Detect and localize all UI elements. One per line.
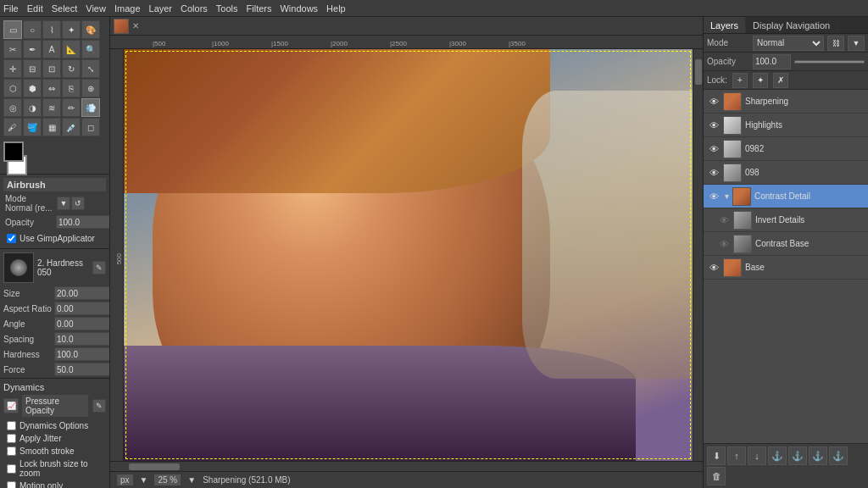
layer-item-invert-details[interactable]: 👁 Invert Details — [704, 208, 868, 232]
tool-colorpick[interactable]: 💉 — [62, 118, 81, 136]
layer-anchor-btn[interactable]: ⚓ — [788, 446, 807, 465]
tool-scale[interactable]: ⤡ — [81, 59, 100, 78]
tool-fill[interactable]: 🪣 — [23, 118, 42, 136]
mode-down-btn[interactable]: ▼ — [848, 36, 865, 51]
layer-mask-btn[interactable]: ⚓ — [829, 446, 848, 465]
tool-text[interactable]: A — [42, 40, 61, 58]
mode-reset-btn[interactable]: ↺ — [71, 197, 85, 210]
vscroll-thumb[interactable] — [695, 59, 702, 85]
tool-clone[interactable]: ⎘ — [62, 79, 81, 97]
statusbar-zoom[interactable]: 25 % — [154, 474, 181, 485]
tool-rotate[interactable]: ↻ — [62, 59, 81, 78]
tool-ink[interactable]: 🖋 — [3, 118, 22, 136]
tool-rect-select[interactable]: ▭ — [3, 20, 22, 39]
tool-airbrush[interactable]: 💨 — [81, 98, 100, 117]
tool-color-select[interactable]: 🎨 — [81, 20, 100, 39]
smooth-stroke-checkbox[interactable] — [7, 446, 16, 456]
layer-eye-098[interactable]: 👁 — [707, 166, 721, 180]
layer-eye-highlights[interactable]: 👁 — [707, 119, 721, 132]
menu-file[interactable]: File — [3, 3, 19, 14]
image-display[interactable] — [124, 49, 703, 461]
mode-expand-btn[interactable]: ▼ — [57, 197, 70, 210]
tool-eraser[interactable]: ◻ — [81, 118, 100, 136]
layer-merge-btn[interactable]: ⚓ — [809, 446, 827, 465]
menu-windows[interactable]: Windows — [280, 3, 318, 14]
size-input[interactable] — [54, 286, 110, 300]
tool-flip[interactable]: ⇔ — [42, 79, 61, 97]
layer-eye-base[interactable]: 👁 — [707, 261, 721, 274]
apply-jitter-checkbox[interactable] — [7, 434, 16, 443]
layer-item-contrast-detail[interactable]: 👁 ▼ Contrast Detail — [704, 185, 868, 208]
layer-eye-invert-details[interactable]: 👁 — [717, 214, 731, 227]
force-input[interactable] — [54, 363, 110, 376]
tool-heal[interactable]: ⊕ — [81, 79, 100, 97]
lock-brush-checkbox[interactable] — [7, 464, 16, 474]
dynamics-options-checkbox[interactable] — [7, 421, 16, 430]
vertical-scrollbar[interactable] — [693, 49, 703, 461]
dynamics-edit-btn[interactable]: ✎ — [92, 399, 106, 413]
foreground-color-swatch[interactable] — [3, 141, 24, 162]
layer-item-0982[interactable]: 👁 0982 — [704, 137, 868, 161]
tool-gradient[interactable]: ▦ — [42, 118, 61, 136]
layer-eye-contrast-base[interactable]: 👁 — [717, 237, 731, 251]
layer-item-base[interactable]: 👁 Base — [704, 256, 868, 280]
hardness-input[interactable] — [54, 347, 110, 361]
tool-ellipse-select[interactable]: ○ — [23, 20, 42, 39]
layer-group-arrow[interactable]: ▼ — [723, 192, 731, 201]
tool-paths[interactable]: ✒ — [23, 40, 42, 58]
layer-item-contrast-base[interactable]: 👁 Contrast Base — [704, 232, 868, 256]
tool-smudge[interactable]: ≋ — [42, 98, 61, 117]
layer-item-sharpening[interactable]: 👁 Sharpening — [704, 90, 868, 114]
image-thumb-close[interactable]: ✕ — [132, 21, 139, 30]
layer-eye-contrast-detail[interactable]: 👁 — [707, 190, 721, 203]
layer-opacity-input[interactable] — [753, 54, 791, 69]
tool-pencil[interactable]: ✏ — [62, 98, 81, 117]
aspect-input[interactable] — [54, 302, 110, 315]
menu-edit[interactable]: Edit — [27, 3, 43, 14]
opacity-input[interactable] — [56, 215, 110, 229]
horizontal-scrollbar[interactable] — [110, 461, 703, 471]
tool-perspective[interactable]: ⬢ — [23, 79, 42, 97]
menu-colors[interactable]: Colors — [181, 3, 208, 14]
opacity-slider[interactable] — [794, 60, 865, 64]
menu-view[interactable]: View — [86, 3, 106, 14]
tool-align[interactable]: ⊟ — [23, 59, 42, 78]
layer-item-highlights[interactable]: 👁 Highlights — [704, 114, 868, 137]
menu-tools[interactable]: Tools — [216, 3, 238, 14]
tool-fuzzy-select[interactable]: ✦ — [62, 20, 81, 39]
layer-duplicate-btn[interactable]: ⚓ — [768, 446, 787, 465]
mode-lock-btn[interactable]: ⛓ — [827, 36, 844, 51]
tab-navigation[interactable]: Display Navigation — [746, 17, 837, 33]
tool-dodge[interactable]: ◑ — [23, 98, 42, 117]
menu-filters[interactable]: Filters — [247, 3, 272, 14]
tool-crop[interactable]: ⊡ — [42, 59, 61, 78]
brush-edit-btn[interactable]: ✎ — [92, 261, 106, 274]
menu-layer[interactable]: Layer — [149, 3, 173, 14]
tool-scissors[interactable]: ✂ — [3, 40, 22, 58]
layer-delete-btn[interactable]: 🗑 — [707, 467, 726, 485]
tool-blur[interactable]: ◎ — [3, 98, 22, 117]
motion-only-checkbox[interactable] — [7, 481, 16, 488]
tool-zoom[interactable]: 🔍 — [81, 40, 100, 58]
layer-item-098[interactable]: 👁 098 — [704, 161, 868, 185]
layer-new-btn[interactable]: ⬇ — [707, 446, 726, 465]
angle-input[interactable] — [54, 317, 110, 330]
menu-help[interactable]: Help — [326, 3, 346, 14]
use-gimp-applicator-checkbox[interactable] — [7, 234, 16, 243]
menu-image[interactable]: Image — [114, 3, 141, 14]
tool-move[interactable]: ✛ — [3, 59, 22, 78]
layer-lower-btn[interactable]: ↓ — [748, 446, 766, 465]
lock-alpha-btn[interactable]: ✦ — [753, 73, 768, 88]
tool-shear[interactable]: ⬡ — [3, 79, 22, 97]
layer-eye-0982[interactable]: 👁 — [707, 142, 721, 156]
layer-mode-select[interactable]: Normal — [753, 36, 824, 51]
lock-pos-btn[interactable]: ✗ — [773, 73, 788, 88]
menu-select[interactable]: Select — [52, 3, 78, 14]
statusbar-unit[interactable]: px — [117, 474, 133, 485]
spacing-input[interactable] — [54, 332, 110, 346]
tool-measure[interactable]: 📐 — [62, 40, 81, 58]
tool-free-select[interactable]: ⌇ — [42, 20, 61, 39]
layer-raise-btn[interactable]: ↑ — [727, 446, 746, 465]
hscroll-thumb[interactable] — [129, 463, 180, 470]
tab-layers[interactable]: Layers — [704, 17, 746, 33]
